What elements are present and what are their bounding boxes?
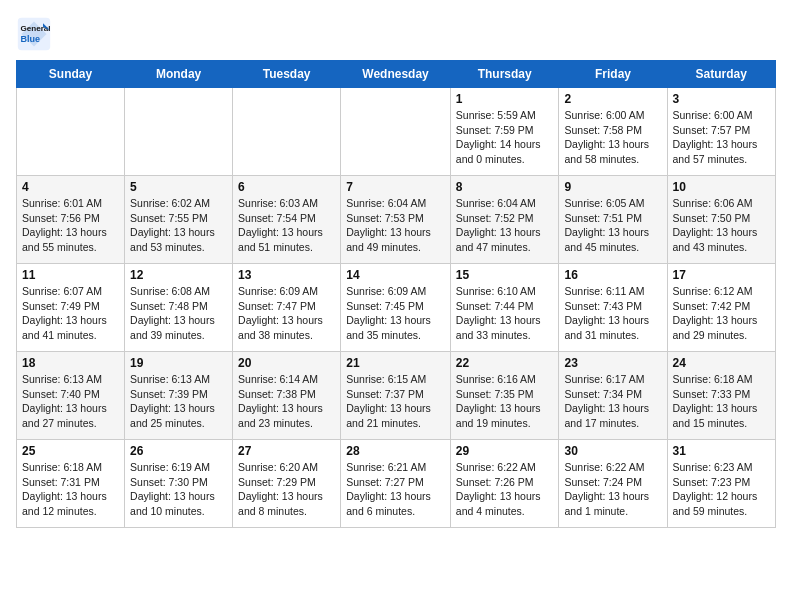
calendar-day-20: 20Sunrise: 6:14 AMSunset: 7:38 PMDayligh… (233, 352, 341, 440)
day-info: Sunrise: 6:11 AMSunset: 7:43 PMDaylight:… (564, 284, 661, 343)
day-number: 17 (673, 268, 770, 282)
svg-text:General: General (21, 24, 51, 33)
day-number: 2 (564, 92, 661, 106)
day-info: Sunrise: 6:22 AMSunset: 7:24 PMDaylight:… (564, 460, 661, 519)
calendar-table: SundayMondayTuesdayWednesdayThursdayFrid… (16, 60, 776, 528)
day-info: Sunrise: 6:18 AMSunset: 7:33 PMDaylight:… (673, 372, 770, 431)
calendar-day-5: 5Sunrise: 6:02 AMSunset: 7:55 PMDaylight… (125, 176, 233, 264)
calendar-day-empty (341, 88, 451, 176)
day-number: 16 (564, 268, 661, 282)
day-number: 12 (130, 268, 227, 282)
calendar-day-17: 17Sunrise: 6:12 AMSunset: 7:42 PMDayligh… (667, 264, 775, 352)
day-info: Sunrise: 6:14 AMSunset: 7:38 PMDaylight:… (238, 372, 335, 431)
day-info: Sunrise: 6:13 AMSunset: 7:40 PMDaylight:… (22, 372, 119, 431)
day-info: Sunrise: 6:20 AMSunset: 7:29 PMDaylight:… (238, 460, 335, 519)
day-number: 10 (673, 180, 770, 194)
calendar-day-28: 28Sunrise: 6:21 AMSunset: 7:27 PMDayligh… (341, 440, 451, 528)
day-info: Sunrise: 6:19 AMSunset: 7:30 PMDaylight:… (130, 460, 227, 519)
calendar-day-8: 8Sunrise: 6:04 AMSunset: 7:52 PMDaylight… (450, 176, 559, 264)
day-info: Sunrise: 6:00 AMSunset: 7:57 PMDaylight:… (673, 108, 770, 167)
day-info: Sunrise: 6:00 AMSunset: 7:58 PMDaylight:… (564, 108, 661, 167)
day-info: Sunrise: 6:06 AMSunset: 7:50 PMDaylight:… (673, 196, 770, 255)
calendar-week-row: 18Sunrise: 6:13 AMSunset: 7:40 PMDayligh… (17, 352, 776, 440)
day-number: 9 (564, 180, 661, 194)
calendar-week-row: 4Sunrise: 6:01 AMSunset: 7:56 PMDaylight… (17, 176, 776, 264)
day-header-saturday: Saturday (667, 61, 775, 88)
day-number: 14 (346, 268, 445, 282)
calendar-day-13: 13Sunrise: 6:09 AMSunset: 7:47 PMDayligh… (233, 264, 341, 352)
day-info: Sunrise: 6:10 AMSunset: 7:44 PMDaylight:… (456, 284, 554, 343)
day-info: Sunrise: 6:23 AMSunset: 7:23 PMDaylight:… (673, 460, 770, 519)
calendar-day-19: 19Sunrise: 6:13 AMSunset: 7:39 PMDayligh… (125, 352, 233, 440)
calendar-day-22: 22Sunrise: 6:16 AMSunset: 7:35 PMDayligh… (450, 352, 559, 440)
day-number: 5 (130, 180, 227, 194)
calendar-day-6: 6Sunrise: 6:03 AMSunset: 7:54 PMDaylight… (233, 176, 341, 264)
day-header-friday: Friday (559, 61, 667, 88)
day-info: Sunrise: 6:04 AMSunset: 7:53 PMDaylight:… (346, 196, 445, 255)
calendar-day-empty (233, 88, 341, 176)
day-number: 19 (130, 356, 227, 370)
calendar-day-1: 1Sunrise: 5:59 AMSunset: 7:59 PMDaylight… (450, 88, 559, 176)
calendar-day-23: 23Sunrise: 6:17 AMSunset: 7:34 PMDayligh… (559, 352, 667, 440)
calendar-day-12: 12Sunrise: 6:08 AMSunset: 7:48 PMDayligh… (125, 264, 233, 352)
logo: General Blue (16, 16, 56, 52)
calendar-day-18: 18Sunrise: 6:13 AMSunset: 7:40 PMDayligh… (17, 352, 125, 440)
day-number: 4 (22, 180, 119, 194)
calendar-day-2: 2Sunrise: 6:00 AMSunset: 7:58 PMDaylight… (559, 88, 667, 176)
day-number: 6 (238, 180, 335, 194)
day-number: 24 (673, 356, 770, 370)
day-info: Sunrise: 6:08 AMSunset: 7:48 PMDaylight:… (130, 284, 227, 343)
day-info: Sunrise: 6:18 AMSunset: 7:31 PMDaylight:… (22, 460, 119, 519)
day-info: Sunrise: 6:07 AMSunset: 7:49 PMDaylight:… (22, 284, 119, 343)
day-number: 28 (346, 444, 445, 458)
day-header-tuesday: Tuesday (233, 61, 341, 88)
day-info: Sunrise: 6:09 AMSunset: 7:45 PMDaylight:… (346, 284, 445, 343)
day-number: 18 (22, 356, 119, 370)
page-header: General Blue (16, 16, 776, 52)
day-info: Sunrise: 6:13 AMSunset: 7:39 PMDaylight:… (130, 372, 227, 431)
logo-icon: General Blue (16, 16, 52, 52)
day-info: Sunrise: 6:12 AMSunset: 7:42 PMDaylight:… (673, 284, 770, 343)
day-header-monday: Monday (125, 61, 233, 88)
calendar-day-21: 21Sunrise: 6:15 AMSunset: 7:37 PMDayligh… (341, 352, 451, 440)
day-info: Sunrise: 6:21 AMSunset: 7:27 PMDaylight:… (346, 460, 445, 519)
svg-text:Blue: Blue (21, 34, 41, 44)
calendar-day-25: 25Sunrise: 6:18 AMSunset: 7:31 PMDayligh… (17, 440, 125, 528)
day-header-sunday: Sunday (17, 61, 125, 88)
calendar-day-11: 11Sunrise: 6:07 AMSunset: 7:49 PMDayligh… (17, 264, 125, 352)
day-number: 31 (673, 444, 770, 458)
calendar-day-3: 3Sunrise: 6:00 AMSunset: 7:57 PMDaylight… (667, 88, 775, 176)
day-number: 8 (456, 180, 554, 194)
calendar-day-10: 10Sunrise: 6:06 AMSunset: 7:50 PMDayligh… (667, 176, 775, 264)
day-info: Sunrise: 6:22 AMSunset: 7:26 PMDaylight:… (456, 460, 554, 519)
day-number: 26 (130, 444, 227, 458)
calendar-day-empty (17, 88, 125, 176)
calendar-day-31: 31Sunrise: 6:23 AMSunset: 7:23 PMDayligh… (667, 440, 775, 528)
day-number: 21 (346, 356, 445, 370)
calendar-day-empty (125, 88, 233, 176)
calendar-week-row: 11Sunrise: 6:07 AMSunset: 7:49 PMDayligh… (17, 264, 776, 352)
day-number: 29 (456, 444, 554, 458)
day-number: 1 (456, 92, 554, 106)
day-number: 30 (564, 444, 661, 458)
day-info: Sunrise: 6:03 AMSunset: 7:54 PMDaylight:… (238, 196, 335, 255)
day-info: Sunrise: 6:15 AMSunset: 7:37 PMDaylight:… (346, 372, 445, 431)
calendar-day-24: 24Sunrise: 6:18 AMSunset: 7:33 PMDayligh… (667, 352, 775, 440)
calendar-day-7: 7Sunrise: 6:04 AMSunset: 7:53 PMDaylight… (341, 176, 451, 264)
day-info: Sunrise: 6:01 AMSunset: 7:56 PMDaylight:… (22, 196, 119, 255)
day-info: Sunrise: 6:04 AMSunset: 7:52 PMDaylight:… (456, 196, 554, 255)
calendar-day-14: 14Sunrise: 6:09 AMSunset: 7:45 PMDayligh… (341, 264, 451, 352)
calendar-day-4: 4Sunrise: 6:01 AMSunset: 7:56 PMDaylight… (17, 176, 125, 264)
calendar-week-row: 1Sunrise: 5:59 AMSunset: 7:59 PMDaylight… (17, 88, 776, 176)
day-number: 20 (238, 356, 335, 370)
day-header-thursday: Thursday (450, 61, 559, 88)
day-number: 7 (346, 180, 445, 194)
day-number: 27 (238, 444, 335, 458)
day-header-wednesday: Wednesday (341, 61, 451, 88)
day-number: 23 (564, 356, 661, 370)
calendar-week-row: 25Sunrise: 6:18 AMSunset: 7:31 PMDayligh… (17, 440, 776, 528)
day-info: Sunrise: 6:16 AMSunset: 7:35 PMDaylight:… (456, 372, 554, 431)
calendar-day-9: 9Sunrise: 6:05 AMSunset: 7:51 PMDaylight… (559, 176, 667, 264)
calendar-day-26: 26Sunrise: 6:19 AMSunset: 7:30 PMDayligh… (125, 440, 233, 528)
day-number: 3 (673, 92, 770, 106)
